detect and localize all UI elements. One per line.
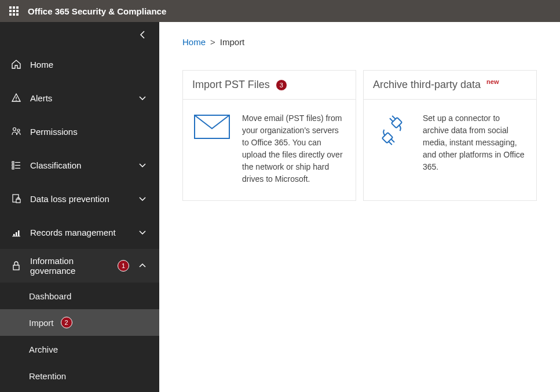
sidebar-item-records[interactable]: Records management bbox=[0, 215, 159, 249]
cards-row: Import PST Files 3 Move email (PST files… bbox=[182, 70, 537, 201]
svg-rect-12 bbox=[13, 234, 15, 236]
sidebar-item-label: Permissions bbox=[30, 127, 148, 137]
dlp-icon bbox=[10, 193, 22, 204]
sidebar-collapse-button[interactable] bbox=[0, 22, 159, 47]
sidebar-subitem-label: Dashboard bbox=[29, 291, 71, 301]
sidebar-item-information-governance[interactable]: Information governance 1 bbox=[0, 249, 159, 283]
sidebar-item-label: Classification bbox=[30, 160, 129, 170]
svg-rect-6 bbox=[12, 164, 14, 166]
sidebar-item-label: Information governance bbox=[30, 256, 109, 276]
step-badge: 1 bbox=[118, 260, 129, 272]
svg-rect-11 bbox=[16, 199, 20, 203]
chevron-down-icon bbox=[137, 163, 148, 167]
svg-rect-14 bbox=[18, 230, 20, 236]
home-icon bbox=[10, 58, 22, 70]
svg-line-23 bbox=[389, 141, 392, 145]
svg-line-19 bbox=[390, 118, 393, 122]
chevron-down-icon bbox=[137, 96, 148, 100]
breadcrumb: Home > Import bbox=[182, 37, 537, 47]
sidebar-item-alerts[interactable]: Alerts bbox=[0, 81, 159, 115]
svg-line-22 bbox=[391, 139, 394, 142]
sidebar-item-label: Alerts bbox=[30, 93, 129, 103]
svg-line-20 bbox=[392, 116, 396, 119]
card-description: Move email (PST files) from your organiz… bbox=[242, 112, 345, 185]
sidebar-item-permissions[interactable]: Permissions bbox=[0, 115, 159, 148]
new-tag: new bbox=[486, 78, 499, 85]
breadcrumb-separator: > bbox=[210, 37, 215, 47]
step-badge: 3 bbox=[276, 79, 287, 91]
card-archive-third-party[interactable]: Archive third-party data new bbox=[363, 70, 537, 201]
card-title: Import PST Files bbox=[192, 79, 270, 91]
svg-point-3 bbox=[17, 129, 20, 131]
svg-rect-4 bbox=[12, 162, 14, 163]
svg-rect-8 bbox=[12, 167, 14, 169]
sidebar-item-dlp[interactable]: Data loss prevention bbox=[0, 182, 159, 215]
records-icon bbox=[10, 226, 22, 238]
breadcrumb-home-link[interactable]: Home bbox=[182, 37, 206, 47]
chevron-down-icon bbox=[137, 230, 148, 235]
sidebar-item-home[interactable]: Home bbox=[0, 47, 159, 81]
permissions-icon bbox=[10, 126, 22, 137]
app-launcher-icon[interactable] bbox=[9, 6, 19, 16]
svg-point-2 bbox=[13, 128, 16, 131]
chevron-up-icon bbox=[137, 263, 148, 268]
svg-point-1 bbox=[16, 100, 17, 101]
lock-icon bbox=[10, 260, 22, 272]
connector-icon bbox=[374, 112, 411, 147]
sidebar-subitem-label: Retention bbox=[29, 371, 66, 381]
sidebar-item-label: Home bbox=[30, 60, 148, 69]
sidebar-subitem-dashboard[interactable]: Dashboard bbox=[0, 283, 159, 309]
main-content: Home > Import Import PST Files 3 Move em… bbox=[159, 22, 560, 392]
sidebar-item-label: Records management bbox=[30, 228, 129, 237]
sidebar-subitem-label: Import bbox=[29, 318, 54, 328]
sidebar-item-classification[interactable]: Classification bbox=[0, 148, 159, 182]
step-badge: 2 bbox=[61, 317, 72, 328]
sidebar: Home Alerts Permissions Classification bbox=[0, 22, 159, 392]
topbar: Office 365 Security & Compliance bbox=[0, 0, 560, 22]
chevron-left-icon bbox=[140, 30, 145, 39]
svg-rect-16 bbox=[13, 265, 19, 270]
card-title: Archive third-party data bbox=[373, 79, 481, 91]
card-import-pst[interactable]: Import PST Files 3 Move email (PST files… bbox=[182, 70, 356, 201]
sidebar-subitem-archive[interactable]: Archive bbox=[0, 336, 159, 362]
envelope-icon bbox=[193, 112, 230, 139]
sidebar-subitem-label: Archive bbox=[29, 345, 58, 354]
sidebar-subitem-retention[interactable]: Retention bbox=[0, 362, 159, 389]
breadcrumb-current: Import bbox=[220, 37, 245, 47]
chevron-down-icon bbox=[137, 196, 148, 201]
alert-icon bbox=[10, 92, 22, 104]
sidebar-item-label: Data loss prevention bbox=[30, 194, 129, 204]
card-description: Set up a connector to archive data from … bbox=[423, 112, 526, 173]
card-header: Import PST Files 3 bbox=[183, 71, 356, 100]
card-header: Archive third-party data new bbox=[364, 71, 536, 100]
app-title: Office 365 Security & Compliance bbox=[28, 6, 166, 16]
sidebar-subitem-import[interactable]: Import 2 bbox=[0, 309, 159, 336]
classification-icon bbox=[10, 159, 22, 171]
svg-rect-13 bbox=[16, 232, 17, 236]
